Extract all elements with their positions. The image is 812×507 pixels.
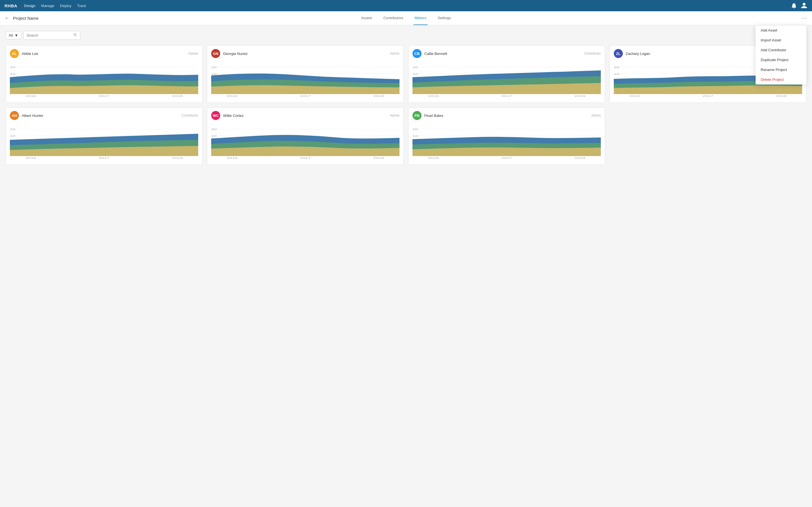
svg-text:2017: 2017 — [99, 157, 110, 159]
svg-text:20: 20 — [10, 66, 15, 68]
card-contributor-name: Albert Hunter — [22, 114, 43, 118]
context-menu-item[interactable]: Rename Project — [756, 65, 806, 75]
svg-text:2017: 2017 — [501, 95, 512, 97]
svg-text:2018: 2018 — [776, 95, 787, 97]
context-menu: Add AssetImport AssetAdd ContributorDupl… — [756, 25, 806, 84]
card-contributor-name: Pearl Bates — [424, 114, 443, 118]
avatar: WC — [211, 111, 220, 120]
card-chart: 20 10 0 2016 2017 2018 — [6, 61, 202, 103]
svg-text:2016: 2016 — [227, 157, 238, 159]
card-role: Contributor — [584, 52, 601, 55]
area-chart: 20 10 0 2016 2017 2018 — [412, 126, 601, 159]
filter-select[interactable]: All ▼ — [6, 31, 21, 40]
contributor-card[interactable]: PB Pearl Bates Admin 20 10 0 2016 2017 — [408, 107, 605, 165]
project-name: Project Name — [13, 16, 39, 20]
context-menu-item[interactable]: Duplicate Project — [756, 55, 806, 65]
search-icon — [73, 33, 77, 38]
bell-icon[interactable] — [791, 2, 797, 9]
context-menu-item[interactable]: Delete Project — [756, 75, 806, 84]
card-contributor-name: Abbie Lee — [22, 52, 38, 56]
tab-metrics[interactable]: Metrics — [413, 11, 427, 25]
svg-text:2017: 2017 — [703, 95, 714, 97]
svg-text:2018: 2018 — [373, 157, 384, 159]
svg-text:2017: 2017 — [99, 95, 110, 97]
more-options-button[interactable]: ··· — [802, 15, 808, 21]
svg-text:10: 10 — [412, 73, 418, 75]
svg-text:2016: 2016 — [26, 95, 36, 97]
card-header: GN Georgia Nunez Admin — [207, 46, 403, 61]
avatar: GN — [211, 49, 220, 58]
top-nav-items: Design Manage Deploy Track — [24, 3, 86, 9]
tab-settings[interactable]: Settings — [437, 11, 452, 25]
main-content: All ▼ AL Abbie Lee Owner — [0, 25, 812, 170]
svg-text:2016: 2016 — [428, 95, 439, 97]
card-role: Contributor — [182, 114, 198, 117]
card-chart: 20 10 0 2016 2017 2018 — [409, 123, 605, 165]
card-role: Owner — [188, 52, 198, 55]
filter-row: All ▼ — [6, 31, 806, 40]
svg-text:20: 20 — [412, 66, 418, 68]
svg-text:10: 10 — [211, 73, 217, 75]
card-header: AL Abbie Lee Owner — [6, 46, 202, 61]
svg-text:2016: 2016 — [629, 95, 640, 97]
sub-nav: ← Project Name Assets Contributors Metri… — [0, 11, 812, 25]
sub-nav-tabs: Assets Contributors Metrics Settings — [360, 11, 452, 25]
contributor-card[interactable]: CB Callie Bennett Contributor 20 10 0 20… — [408, 45, 605, 103]
svg-text:20: 20 — [10, 128, 15, 130]
avatar: ZL — [614, 49, 623, 58]
card-header: AH Albert Hunter Contributor — [6, 108, 202, 123]
svg-text:10: 10 — [614, 73, 619, 75]
card-contributor-name: Willie Cortez — [223, 114, 244, 118]
area-chart: 20 10 0 2016 2017 2018 — [211, 64, 400, 98]
svg-text:2018: 2018 — [172, 157, 183, 159]
area-chart: 20 10 0 2016 2017 2018 — [10, 64, 198, 98]
chevron-down-icon: ▼ — [14, 33, 18, 38]
svg-text:10: 10 — [412, 135, 418, 137]
nav-design[interactable]: Design — [24, 3, 35, 9]
filter-value: All — [9, 33, 13, 38]
card-chart: 20 10 0 2016 2017 2018 — [207, 61, 403, 103]
contributor-card[interactable]: AH Albert Hunter Contributor 20 10 0 201… — [6, 107, 202, 165]
svg-text:2017: 2017 — [300, 157, 311, 159]
top-nav: RHBA Design Manage Deploy Track — [0, 0, 812, 11]
card-contributor-name: Zachary Logan — [626, 52, 650, 56]
avatar: CB — [412, 49, 421, 58]
brand-logo: RHBA — [4, 3, 17, 8]
card-role: Admin — [591, 114, 601, 117]
area-chart: 20 10 0 2016 2017 2018 — [211, 126, 400, 159]
svg-text:20: 20 — [211, 66, 217, 68]
contributor-card[interactable]: GN Georgia Nunez Admin 20 10 0 2016 2017 — [207, 45, 404, 103]
nav-track[interactable]: Track — [77, 3, 86, 9]
nav-deploy[interactable]: Deploy — [60, 3, 71, 9]
avatar: AH — [10, 111, 19, 120]
user-avatar-icon[interactable] — [801, 2, 808, 9]
context-menu-item[interactable]: Import Asset — [756, 35, 806, 45]
card-role: Admin — [390, 114, 400, 117]
search-box — [23, 31, 80, 40]
avatar: PB — [412, 111, 421, 120]
svg-text:2018: 2018 — [574, 157, 586, 159]
contributor-card[interactable]: AL Abbie Lee Owner 20 10 0 2016 2017 — [6, 45, 202, 103]
card-chart: 20 10 0 2016 2017 2018 — [207, 123, 403, 165]
svg-text:2016: 2016 — [26, 157, 36, 159]
area-chart: 20 10 0 2016 2017 2018 — [10, 126, 198, 159]
svg-text:2017: 2017 — [300, 95, 311, 97]
svg-text:2016: 2016 — [428, 157, 439, 159]
context-menu-item[interactable]: Add Contributor — [756, 45, 806, 55]
svg-text:10: 10 — [211, 135, 217, 137]
card-chart: 20 10 0 2016 2017 2018 — [409, 61, 605, 103]
tab-assets[interactable]: Assets — [360, 11, 373, 25]
svg-text:2016: 2016 — [227, 95, 238, 97]
tab-contributors[interactable]: Contributors — [382, 11, 405, 25]
svg-text:20: 20 — [211, 128, 217, 130]
svg-text:2018: 2018 — [574, 95, 586, 97]
contributor-card[interactable]: WC Willie Cortez Admin 20 10 0 2016 2017 — [207, 107, 404, 165]
back-button[interactable]: ← — [4, 15, 10, 21]
avatar: AL — [10, 49, 19, 58]
nav-manage[interactable]: Manage — [41, 3, 54, 9]
card-header: CB Callie Bennett Contributor — [409, 46, 605, 61]
context-menu-item[interactable]: Add Asset — [756, 25, 806, 35]
area-chart: 20 10 0 2016 2017 2018 — [412, 64, 601, 98]
search-input[interactable] — [27, 33, 71, 38]
card-header: WC Willie Cortez Admin — [207, 108, 403, 123]
